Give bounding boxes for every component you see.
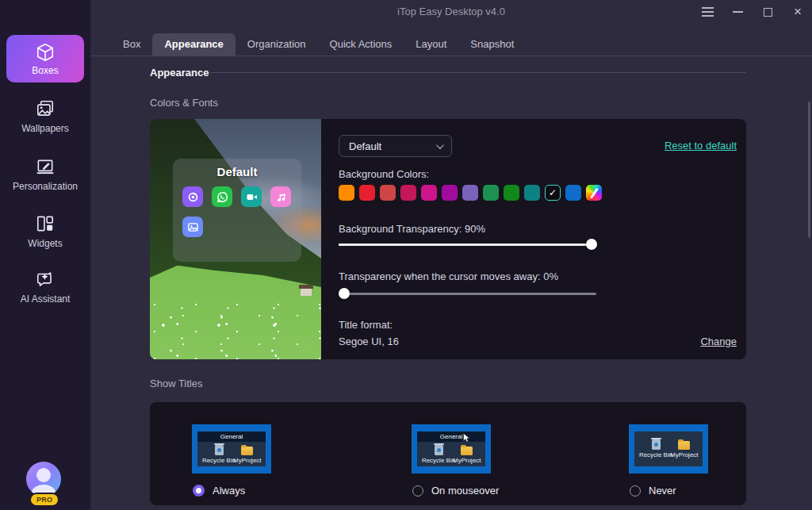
recycle-bin-icon [435,445,443,455]
sidebar-item-widgets[interactable]: Widgets [0,213,90,249]
widgets-icon [35,213,56,234]
bg-transparency-slider[interactable] [339,239,596,250]
scrollbar-thumb[interactable] [808,102,810,238]
photos-app-icon [182,217,203,237]
folder-icon [461,447,473,455]
color-swatch-purple[interactable] [442,185,458,201]
colors-fonts-controls: Default Reset to default Background Colo… [339,119,737,359]
thumbnail-box: General Recycle Bin MyProject [197,431,266,466]
color-swatch-red[interactable] [359,185,375,201]
preview-box-overlay: Default [173,159,301,262]
color-swatch-teal[interactable] [524,185,540,201]
show-titles-option-always: General Recycle Bin MyProject Always [192,402,390,505]
minimize-button[interactable] [731,6,744,18]
color-swatch-dark-green[interactable] [504,185,519,201]
radio-button[interactable] [630,485,641,497]
user-avatar[interactable] [26,462,61,497]
reset-to-default-link[interactable]: Reset to default [665,140,737,151]
slider-handle[interactable] [586,239,597,250]
tab-quick-actions[interactable]: Quick Actions [318,33,404,56]
sidebar-item-wallpapers[interactable]: Wallpapers [0,98,90,134]
thumbnail-box: General Recycle Bin MyProject [417,431,485,466]
show-titles-heading: Show Titles [150,378,202,389]
wallpapers-icon [35,98,56,119]
tab-organization[interactable]: Organization [236,33,318,56]
thumbnail-box-title: General [197,431,266,442]
radio-button[interactable] [412,485,423,497]
folder-label: MyProject [670,451,699,458]
radio-option-never[interactable]: Never [630,485,676,497]
color-swatch-custom-picker[interactable] [586,185,602,201]
recycle-bin-label: Recycle Bin [639,451,672,458]
radio-label: On mouseover [431,485,499,497]
tab-box[interactable]: Box [111,33,152,56]
close-button[interactable]: × [791,6,804,18]
background-color-swatches: ✓ [339,185,602,201]
recycle-bin-label: Recycle Bin [422,457,455,464]
window-controls: × [701,0,804,24]
show-titles-card: General Recycle Bin MyProject Always Gen… [150,402,746,505]
sidebar-item-boxes[interactable]: Boxes [6,35,84,82]
recycle-bin-icon [215,445,224,455]
video-app-icon [241,186,262,207]
slider-track [339,293,596,295]
thumbnail-box: Recycle Bin MyProject [634,431,703,466]
radio-label: Always [213,485,245,497]
tab-snapshot[interactable]: Snapshot [458,33,526,56]
whatsapp-app-icon [212,186,232,207]
box-icon [35,42,56,63]
radio-button-selected[interactable] [193,485,205,497]
change-font-link[interactable]: Change [700,336,737,347]
maximize-button[interactable] [761,6,774,18]
theme-dropdown-value: Default [349,140,381,152]
folder-label: MyProject [453,457,481,464]
sidebar-item-personalization[interactable]: Personalization [0,156,90,192]
preview-icon-row-1 [173,178,301,207]
hamburger-menu-icon [702,7,714,9]
tab-appearance[interactable]: Appearance [152,33,235,56]
preview-flowers [150,297,321,359]
color-swatch-green[interactable] [483,185,499,201]
colors-fonts-card: Default [150,119,746,359]
radio-option-always[interactable]: Always [193,485,245,497]
thumbnail-mouseover[interactable]: General Recycle Bin MyProject [412,424,491,474]
mouse-cursor-icon [463,433,470,443]
sidebar-item-ai-assistant[interactable]: AI Assistant [0,269,90,305]
section-title-appearance: Appearance [150,67,209,79]
minimize-icon [733,11,743,13]
cursor-transparency-slider[interactable] [339,288,596,299]
recycle-bin-icon [652,439,661,450]
folder-icon [678,441,690,450]
radio-option-mouseover[interactable]: On mouseover [412,485,499,497]
ai-assistant-icon [35,269,56,290]
itop-easy-desktop-window: { "window": { "title": "iTop Easy Deskto… [0,0,812,510]
thumbnail-icons: Recycle Bin MyProject [634,431,703,458]
color-swatch-orange[interactable] [339,185,354,201]
maximize-icon [764,8,772,17]
recycle-bin-label: Recycle Bin [202,457,236,464]
theme-dropdown[interactable]: Default [339,135,452,157]
color-swatch-selected[interactable]: ✓ [545,185,561,201]
color-swatch-violet[interactable] [462,185,478,201]
sidebar-item-label: Personalization [13,181,78,192]
menu-button[interactable] [701,6,714,18]
thumbnail-never[interactable]: Recycle Bin MyProject [629,424,708,474]
personalization-icon [35,156,56,177]
preview-house [301,289,312,296]
chevron-down-icon [436,141,444,149]
sidebar: Boxes Wallpapers Personalization [0,0,90,510]
color-swatch-magenta[interactable] [421,185,437,201]
tab-bar: Box Appearance Organization Quick Action… [111,33,526,56]
folder-label: MyProject [233,457,262,464]
color-swatch-crimson[interactable] [400,185,416,201]
sidebar-item-label: Boxes [32,65,58,76]
thumbnail-always[interactable]: General Recycle Bin MyProject [192,424,271,474]
tab-divider [90,56,812,56]
background-colors-label: Background Colors: [339,168,429,180]
radio-label: Never [649,485,676,497]
tab-layout[interactable]: Layout [404,33,458,56]
slider-handle[interactable] [339,288,350,299]
color-swatch-blue[interactable] [565,185,581,201]
color-swatch-brick[interactable] [380,185,396,201]
sidebar-item-label: Widgets [28,238,62,249]
